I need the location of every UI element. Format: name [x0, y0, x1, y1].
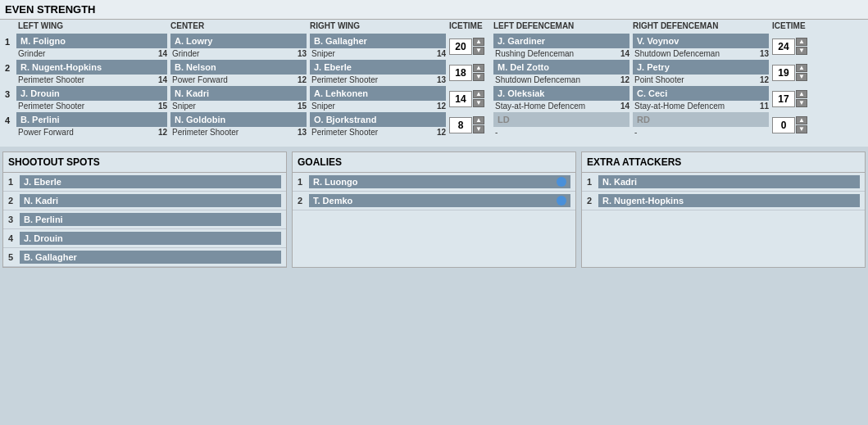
shootout-section: SHOOTOUT SPOTS 1 J. Eberle 2 N. Kadri 3 … [2, 151, 287, 268]
icetime-value[interactable]: 8 [449, 117, 472, 133]
ld-name[interactable]: M. Del Zotto [493, 60, 629, 75]
icetime-cell: 8 ▲ ▼ [449, 112, 492, 138]
list-item: 3 B. Perlini [3, 210, 286, 229]
lw-name[interactable]: R. Nugent-Hopkins [16, 60, 167, 75]
ld-name[interactable]: LD [493, 112, 629, 127]
rw-name[interactable]: J. Eberle [310, 60, 446, 75]
c-role: Grinder [172, 49, 294, 58]
rd-rating: 12 [760, 75, 769, 84]
icetime2-value[interactable]: 24 [772, 38, 795, 55]
icetime2-value[interactable]: 19 [772, 65, 795, 81]
icetime-cell: 14 ▲ ▼ [449, 86, 492, 111]
rw-name[interactable]: B. Gallagher [310, 34, 446, 48]
icetime-value[interactable]: 14 [449, 91, 472, 107]
row-number: 4 [5, 112, 16, 138]
spin-down[interactable]: ▼ [473, 73, 484, 81]
shootout-player[interactable]: N. Kadri [20, 194, 281, 207]
goalie-player[interactable]: R. Luongo [309, 175, 570, 188]
icetime-value[interactable]: 20 [449, 38, 472, 55]
lw-name[interactable]: M. Foligno [16, 34, 167, 48]
goalies-section: GOALIES 1 R. Luongo 2 T. Demko [292, 151, 576, 268]
goalie-player[interactable]: T. Demko [309, 194, 570, 207]
icetime-spinner[interactable]: ▲ ▼ [473, 90, 484, 107]
rd-name[interactable]: J. Petry [633, 60, 769, 75]
rw-role: Perimeter Shooter [311, 75, 434, 84]
extra-player[interactable]: N. Kadri [598, 175, 860, 188]
lw-rating: 15 [158, 102, 167, 111]
ld-role: - [495, 128, 626, 137]
icetime-spinner[interactable]: ▲ ▼ [473, 64, 484, 81]
spin-up2[interactable]: ▲ [796, 116, 807, 124]
c-name[interactable]: B. Nelson [170, 60, 307, 75]
spin-down2[interactable]: ▼ [796, 47, 807, 55]
icetime2-value[interactable]: 0 [772, 117, 795, 133]
spin-down2[interactable]: ▼ [796, 73, 807, 81]
spin-up2[interactable]: ▲ [796, 64, 807, 72]
c-rating: 15 [298, 102, 307, 111]
lw-cell: M. Foligno Grinder 14 [16, 34, 169, 59]
extra-player[interactable]: R. Nugent-Hopkins [598, 194, 860, 207]
shootout-player[interactable]: B. Perlini [20, 213, 281, 226]
ld-rating: 12 [620, 75, 629, 84]
spin-up[interactable]: ▲ [473, 90, 484, 98]
shootout-player[interactable]: J. Drouin [20, 232, 281, 245]
icetime2-value[interactable]: 17 [772, 91, 795, 107]
rd-name[interactable]: V. Voynov [633, 34, 769, 48]
rw-name[interactable]: A. Lehkonen [310, 86, 446, 101]
shootout-player[interactable]: J. Eberle [20, 175, 281, 188]
spin-up2[interactable]: ▲ [796, 90, 807, 98]
icetime-spinner[interactable]: ▲ ▼ [473, 116, 484, 133]
lw-role: Power Forward [18, 128, 155, 137]
icetime2-spinner[interactable]: ▲ ▼ [796, 90, 807, 107]
icetime2-spinner[interactable]: ▲ ▼ [796, 38, 807, 55]
rd-name[interactable]: C. Ceci [633, 86, 769, 101]
row-number: 1 [5, 34, 16, 59]
ld-role: Stay-at-Home Defencem [495, 102, 617, 111]
shootout-player[interactable]: B. Gallagher [20, 251, 281, 264]
icetime2-spinner[interactable]: ▲ ▼ [796, 64, 807, 81]
c-name[interactable]: N. Kadri [170, 86, 307, 101]
spin-up[interactable]: ▲ [473, 116, 484, 124]
icetime-value[interactable]: 18 [449, 65, 472, 81]
rw-role: Perimeter Shooter [311, 128, 434, 137]
ld-header: LEFT DEFENCEMAN [492, 21, 631, 32]
lw-name[interactable]: J. Drouin [16, 86, 167, 101]
list-num: 3 [8, 215, 20, 224]
lw-rating: 14 [158, 49, 167, 58]
table-row: 4 B. Perlini Power Forward 12 N. Goldobi… [5, 112, 863, 138]
list-item: 2 N. Kadri [3, 192, 286, 210]
icetime2-cell: 24 ▲ ▼ [772, 34, 815, 59]
list-num: 2 [8, 196, 20, 206]
row-number: 2 [5, 60, 16, 85]
c-name[interactable]: N. Goldobin [170, 112, 307, 127]
lw-rating: 12 [158, 128, 167, 137]
lw-role: Perimeter Shooter [18, 75, 155, 84]
spin-down[interactable]: ▼ [473, 47, 484, 55]
rd-name[interactable]: RD [633, 112, 769, 127]
rd-cell: V. Voynov Shutdown Defenceman 13 [633, 34, 770, 59]
rw-rating: 12 [437, 128, 446, 137]
ice2-header: ICETIME [770, 21, 815, 32]
spin-down[interactable]: ▼ [473, 99, 484, 107]
rw-name[interactable]: O. Bjorkstrand [310, 112, 446, 127]
spin-down[interactable]: ▼ [473, 125, 484, 133]
icetime2-cell: 19 ▲ ▼ [772, 60, 815, 85]
icetime2-cell: 0 ▲ ▼ [772, 112, 815, 138]
ld-name[interactable]: J. Gardiner [493, 34, 629, 48]
icetime2-spinner[interactable]: ▲ ▼ [796, 116, 807, 133]
lw-name[interactable]: B. Perlini [16, 112, 167, 127]
icetime-spinner[interactable]: ▲ ▼ [473, 38, 484, 55]
rw-cell: O. Bjorkstrand Perimeter Shooter 12 [310, 112, 448, 138]
extra-list: 1 N. Kadri 2 R. Nugent-Hopkins [582, 173, 865, 210]
table-row: 2 R. Nugent-Hopkins Perimeter Shooter 14… [5, 60, 863, 85]
ld-name[interactable]: J. Oleksiak [493, 86, 629, 101]
spin-up2[interactable]: ▲ [796, 38, 807, 46]
spin-down2[interactable]: ▼ [796, 99, 807, 107]
c-name[interactable]: A. Lowry [170, 34, 307, 48]
rd-rating: 11 [760, 102, 769, 111]
spin-up[interactable]: ▲ [473, 64, 484, 72]
spin-down2[interactable]: ▼ [796, 125, 807, 133]
c-cell: A. Lowry Grinder 13 [170, 34, 308, 59]
spin-up[interactable]: ▲ [473, 38, 484, 46]
shootout-title: SHOOTOUT SPOTS [3, 152, 286, 173]
